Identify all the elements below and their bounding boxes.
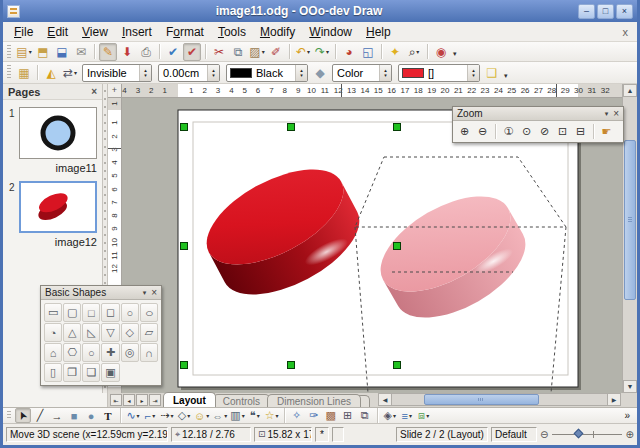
page-2-thumb[interactable] xyxy=(19,181,97,233)
tab-nav-next-icon[interactable]: ▸ xyxy=(136,394,148,406)
frame-shape-icon[interactable]: ▣ xyxy=(101,363,119,382)
snap-lines-icon[interactable]: ✦ xyxy=(386,43,404,61)
edit-file-icon[interactable]: ✎ xyxy=(99,43,117,61)
chevron-down-icon[interactable]: ▾ xyxy=(143,289,147,297)
stars-icon[interactable]: ☆▾ xyxy=(264,408,280,423)
line-attributes-icon[interactable]: ◭ xyxy=(42,64,60,82)
shift-icon[interactable]: ☛ xyxy=(598,123,615,140)
page-thumbnail-2[interactable]: 2 image12 xyxy=(3,181,102,248)
zoom-palette-titlebar[interactable]: Zoom ▾ × xyxy=(453,107,623,121)
folded-corner-shape-icon[interactable]: ❏ xyxy=(82,363,100,382)
dropdown-arrow-icon[interactable]: ▾ xyxy=(393,412,396,419)
cut-icon[interactable]: ✂ xyxy=(210,43,228,61)
flowchart-icon[interactable]: ▥▾ xyxy=(229,408,245,423)
scroll-right-icon[interactable]: ▶ xyxy=(607,394,620,405)
format-paintbrush-icon[interactable]: ✐ xyxy=(267,43,285,61)
symbol-shapes-icon[interactable]: ☺▾ xyxy=(193,408,210,423)
toolbar-grip[interactable] xyxy=(7,65,11,80)
basic-shapes-icon[interactable]: ◇▾ xyxy=(176,408,192,423)
dropdown-arrow-icon[interactable]: ▾ xyxy=(152,412,155,419)
stepper-icon[interactable]: ▴▾ xyxy=(379,65,391,81)
alignment-icon[interactable]: ≡▾ xyxy=(399,408,415,423)
toolbar-options-icon[interactable]: ▾ xyxy=(501,69,511,83)
document-as-email-icon[interactable]: ✉ xyxy=(72,43,90,61)
zoom-out-icon[interactable]: ⊖ xyxy=(474,123,491,140)
scroll-up-icon[interactable]: ▲ xyxy=(623,84,637,97)
toolbar-overflow-icon[interactable]: » xyxy=(619,410,635,421)
tab-dimension-lines[interactable]: Dimension Lines xyxy=(267,394,361,407)
parallelogram-shape-icon[interactable]: ▱ xyxy=(140,323,158,342)
menu-insert[interactable]: Insert xyxy=(115,24,159,40)
edit-points-icon[interactable]: ✧ xyxy=(289,408,305,423)
dropdown-arrow-icon[interactable]: ▾ xyxy=(74,69,77,76)
3d-objects-icon[interactable]: ◈▾ xyxy=(382,408,398,423)
octagon-shape-icon[interactable]: ○ xyxy=(82,343,100,362)
cube-shape-icon[interactable]: ❐ xyxy=(63,363,81,382)
connector-icon[interactable]: ⌐▾ xyxy=(142,408,158,423)
cross-shape-icon[interactable]: ✚ xyxy=(101,343,119,362)
zoom-out-icon[interactable]: ⊖ xyxy=(540,429,548,440)
close-icon[interactable]: × xyxy=(613,108,619,119)
toolbar-grip[interactable] xyxy=(7,411,11,420)
dropdown-arrow-icon[interactable]: ▾ xyxy=(137,412,140,419)
circle-pie-shape-icon[interactable]: ◔ xyxy=(44,323,62,342)
scroll-down-icon[interactable]: ▼ xyxy=(623,380,637,393)
new-document-icon[interactable]: ▤▾ xyxy=(15,43,33,61)
zoom-in-icon[interactable]: ⊕ xyxy=(626,429,634,440)
zoom-next-icon[interactable]: ⊘ xyxy=(536,123,553,140)
arrow-style-icon[interactable]: ⇄▾ xyxy=(61,64,79,82)
menu-tools[interactable]: Tools xyxy=(211,24,253,40)
horizontal-scroll-thumb[interactable] xyxy=(424,394,539,405)
dropdown-arrow-icon[interactable]: ▾ xyxy=(426,412,429,419)
clone-icon[interactable]: ⧉ xyxy=(357,408,373,423)
export-pdf-icon[interactable]: ⬇ xyxy=(118,43,136,61)
shadow-icon[interactable]: ❑ xyxy=(483,64,501,82)
zoom-slider-track[interactable] xyxy=(552,434,621,435)
menu-modify[interactable]: Modify xyxy=(253,24,302,40)
menu-view[interactable]: View xyxy=(75,24,115,40)
select-icon[interactable]: ➤ xyxy=(15,408,31,423)
callouts-icon[interactable]: ❝▾ xyxy=(247,408,263,423)
dropdown-arrow-icon[interactable]: ▾ xyxy=(242,412,245,419)
toolbar-options-icon[interactable]: ▾ xyxy=(450,47,460,61)
cylinder-shape-icon[interactable]: ▯ xyxy=(44,363,62,382)
from-file-icon[interactable]: ⊞ xyxy=(340,408,356,423)
text-icon[interactable]: T xyxy=(100,408,116,423)
autospellcheck-icon[interactable]: ✔ xyxy=(183,43,201,61)
scroll-left-icon[interactable]: ◀ xyxy=(379,394,392,405)
right-triangle-shape-icon[interactable]: ◺ xyxy=(82,323,100,342)
zoom-slider-thumb[interactable] xyxy=(573,429,583,439)
dropdown-arrow-icon[interactable]: ▾ xyxy=(409,412,412,419)
paste-icon[interactable]: ▨▾ xyxy=(248,43,266,61)
dropdown-arrow-icon[interactable]: ▾ xyxy=(206,412,209,419)
lines-arrows-icon[interactable]: ⇢▾ xyxy=(159,408,175,423)
chart-icon[interactable]: ◕ xyxy=(340,43,358,61)
dropdown-arrow-icon[interactable]: ▾ xyxy=(29,48,32,55)
dropdown-arrow-icon[interactable]: ▾ xyxy=(171,412,174,419)
dropdown-arrow-icon[interactable]: ▾ xyxy=(262,48,265,55)
rectangle-shape-icon[interactable]: ▭ xyxy=(44,303,62,322)
line-width-spinbox[interactable]: 0.00cm ▴▾ xyxy=(158,64,220,82)
pentagon-shape-icon[interactable]: ⌂ xyxy=(44,343,62,362)
zoom-slider[interactable]: ⊖ ⊕ xyxy=(540,427,634,442)
print-icon[interactable]: ⎙ xyxy=(137,43,155,61)
gluepoints-icon[interactable]: ✑ xyxy=(306,408,322,423)
arrange-icon[interactable]: ⧈▾ xyxy=(416,408,432,423)
circle-shape-icon[interactable]: ○ xyxy=(121,303,139,322)
fill-color-combo[interactable]: [] ▴▾ xyxy=(398,64,480,82)
vertical-scroll-track[interactable] xyxy=(623,97,637,380)
menu-window[interactable]: Window xyxy=(302,24,359,40)
square-shape-icon[interactable]: □ xyxy=(82,303,100,322)
stepper-icon[interactable]: ▴▾ xyxy=(295,65,307,81)
stepper-icon[interactable]: ▴▾ xyxy=(207,65,219,81)
ellipse-shape-icon[interactable]: ○ xyxy=(140,303,158,322)
ellipse-icon[interactable]: ● xyxy=(83,408,99,423)
tab-nav-previous-icon[interactable]: ◂ xyxy=(123,394,135,406)
zoom-in-icon[interactable]: ⊕ xyxy=(456,123,473,140)
dropdown-arrow-icon[interactable]: ▾ xyxy=(187,412,190,419)
zoom-page-width-icon[interactable]: ⊟ xyxy=(572,123,589,140)
rectangle-icon[interactable]: ■ xyxy=(66,408,82,423)
zoom-icon[interactable]: ⌕▾ xyxy=(405,43,423,61)
menu-help[interactable]: Help xyxy=(359,24,398,40)
menu-file[interactable]: File xyxy=(7,24,40,40)
